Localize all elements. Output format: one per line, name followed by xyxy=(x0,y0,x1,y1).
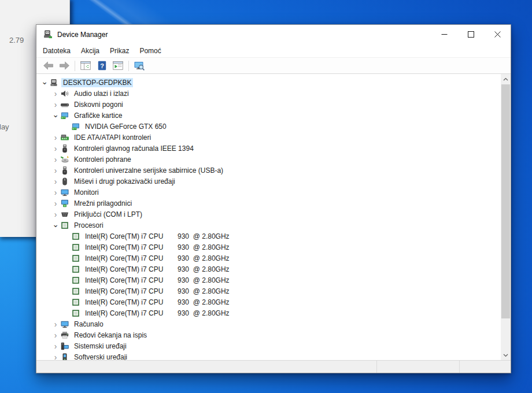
partial-window-value: 2.79 xyxy=(9,36,24,45)
tree-indent xyxy=(36,357,51,357)
tree-item[interactable]: › Kontroleri pohrane xyxy=(36,154,501,165)
device-icon xyxy=(60,89,69,98)
chevron-icon[interactable]: ⌄ xyxy=(51,220,60,228)
tree-item[interactable]: › Kontroleri glavnog računala IEEE 1394 xyxy=(36,143,501,154)
tree-item[interactable]: ⌄ Grafičke kartice xyxy=(36,110,501,121)
tree-item-label: Intel(R) Core(TM) i7 CPU xyxy=(83,232,165,241)
tree-item-detail: 930 @ 2.80GHz xyxy=(178,254,230,262)
chevron-icon[interactable]: › xyxy=(51,101,60,109)
device-icon xyxy=(71,254,80,263)
status-section xyxy=(377,361,459,373)
show-console-tree-icon[interactable] xyxy=(78,59,93,73)
menu-prikaz[interactable]: Prikaz xyxy=(105,44,134,58)
chevron-icon[interactable]: › xyxy=(51,342,60,350)
tree-item[interactable]: Intel(R) Core(TM) i7 CPU 930 @ 2.80GHz xyxy=(36,231,501,242)
device-tree: ⌄ DESKTOP-GFDPKBK › Audio ulazi i izlazi… xyxy=(36,74,501,360)
tree-item[interactable]: › Računalo xyxy=(36,318,501,329)
tree-indent xyxy=(36,104,51,105)
tree-item[interactable]: Intel(R) Core(TM) i7 CPU 930 @ 2.80GHz xyxy=(36,286,501,296)
tree-item-label: Intel(R) Core(TM) i7 CPU xyxy=(83,254,165,263)
tree-item[interactable]: Intel(R) Core(TM) i7 CPU 930 @ 2.80GHz xyxy=(36,307,501,318)
tree-item-detail: 930 @ 2.80GHz xyxy=(178,265,230,273)
device-icon xyxy=(71,287,80,296)
tree-item[interactable]: Intel(R) Core(TM) i7 CPU 930 @ 2.80GHz xyxy=(36,296,501,307)
tree-item-label: Audio ulazi i izlazi xyxy=(72,89,131,98)
chevron-icon[interactable]: › xyxy=(51,134,60,142)
tree-item[interactable]: › Mrežni prilagodnici xyxy=(36,198,501,209)
chevron-icon[interactable]: › xyxy=(51,199,60,207)
tree-item[interactable]: Intel(R) Core(TM) i7 CPU 930 @ 2.80GHz xyxy=(36,275,501,286)
tree-indent xyxy=(36,170,51,170)
minimize-button[interactable] xyxy=(431,25,457,44)
chevron-icon[interactable]: › xyxy=(51,353,60,361)
scan-hardware-changes-icon[interactable] xyxy=(132,59,147,73)
chevron-icon[interactable]: › xyxy=(51,144,60,153)
menu-akcija[interactable]: Akcija xyxy=(76,44,105,58)
tree-item[interactable]: › Priključci (COM i LPT) xyxy=(36,209,501,220)
tree-item[interactable]: › IDE ATA/ATAPI kontroleri xyxy=(36,132,501,143)
scrollbar-thumb[interactable] xyxy=(501,84,510,318)
help-icon[interactable]: ? xyxy=(94,59,109,73)
partial-window-label-fragment: lay xyxy=(0,123,9,131)
tree-item[interactable]: › Monitori xyxy=(36,187,501,198)
chevron-icon[interactable]: › xyxy=(51,166,60,175)
tree-item[interactable]: › Redovi čekanja na ispis xyxy=(36,329,501,340)
tree-item[interactable]: Intel(R) Core(TM) i7 CPU 930 @ 2.80GHz xyxy=(36,253,501,264)
close-button[interactable] xyxy=(484,25,511,44)
toolbar-separator xyxy=(75,61,75,71)
chevron-icon[interactable]: › xyxy=(51,331,60,339)
tree-item-label: IDE ATA/ATAPI kontroleri xyxy=(72,133,153,142)
tree-item[interactable]: › Softverski uređaji xyxy=(36,351,501,360)
tree-indent xyxy=(36,247,62,247)
tree-item-label: Kontroleri pohrane xyxy=(72,155,133,164)
properties-icon[interactable] xyxy=(110,59,125,73)
tree-item[interactable]: Intel(R) Core(TM) i7 CPU 930 @ 2.80GHz xyxy=(36,264,501,275)
menu-bar: Datoteka Akcija Prikaz Pomoć xyxy=(36,44,511,58)
scroll-up-icon[interactable] xyxy=(501,74,511,84)
device-icon xyxy=(71,122,80,131)
tree-item-label: Miševi i drugi pokazivački uređaji xyxy=(72,177,177,186)
chevron-icon[interactable]: › xyxy=(51,210,60,218)
chevron-icon[interactable]: ⌄ xyxy=(51,110,60,118)
tree-item[interactable]: › Audio ulazi i izlazi xyxy=(36,88,501,99)
tree-item[interactable]: › Kontroleri univerzalne serijske sabirn… xyxy=(36,165,501,176)
device-icon xyxy=(60,353,69,361)
tree-item[interactable]: › Diskovni pogoni xyxy=(36,99,501,110)
tree-item[interactable]: › Miševi i drugi pokazivački uređaji xyxy=(36,176,501,187)
tree-indent xyxy=(36,346,51,346)
chevron-icon[interactable]: › xyxy=(51,188,60,196)
tree-indent xyxy=(36,203,51,203)
tree-item-label: Redovi čekanja na ispis xyxy=(72,331,149,340)
chevron-icon[interactable]: › xyxy=(51,177,60,186)
tree-indent xyxy=(36,302,62,302)
back-arrow-icon[interactable] xyxy=(40,59,56,73)
menu-pomoc[interactable]: Pomoć xyxy=(134,44,166,58)
tree-item[interactable]: Intel(R) Core(TM) i7 CPU 930 @ 2.80GHz xyxy=(36,242,501,253)
tree-item-label: Intel(R) Core(TM) i7 CPU xyxy=(83,243,165,252)
vertical-scrollbar[interactable] xyxy=(501,74,511,360)
menu-datoteka[interactable]: Datoteka xyxy=(38,44,76,58)
tree-item-label: Intel(R) Core(TM) i7 CPU xyxy=(83,287,165,296)
tree-item[interactable]: NVIDIA GeForce GTX 650 xyxy=(36,121,501,132)
chevron-icon[interactable]: › xyxy=(51,320,60,328)
scroll-down-icon[interactable] xyxy=(501,350,511,360)
tree-indent xyxy=(36,225,51,225)
tree-indent xyxy=(36,269,62,269)
tree-item[interactable]: ⌄ Procesori xyxy=(36,220,501,231)
forward-arrow-icon[interactable] xyxy=(57,59,72,73)
title-bar[interactable]: Device Manager xyxy=(36,25,511,44)
chevron-icon[interactable]: › xyxy=(51,155,60,164)
maximize-button[interactable] xyxy=(457,25,484,44)
tree-item-label: Intel(R) Core(TM) i7 CPU xyxy=(83,265,165,274)
status-section xyxy=(36,361,376,373)
chevron-icon[interactable]: ⌄ xyxy=(40,77,49,86)
device-icon xyxy=(60,155,69,164)
device-icon xyxy=(60,133,69,142)
tree-item-label: Procesori xyxy=(72,221,105,230)
tree-panel: ⌄ DESKTOP-GFDPKBK › Audio ulazi i izlazi… xyxy=(36,74,511,360)
device-icon xyxy=(71,232,80,241)
tree-item[interactable]: › Sistemski uređaji xyxy=(36,340,501,351)
tree-item[interactable]: ⌄ DESKTOP-GFDPKBK xyxy=(36,77,501,88)
device-icon xyxy=(60,221,69,230)
chevron-icon[interactable]: › xyxy=(51,90,60,98)
